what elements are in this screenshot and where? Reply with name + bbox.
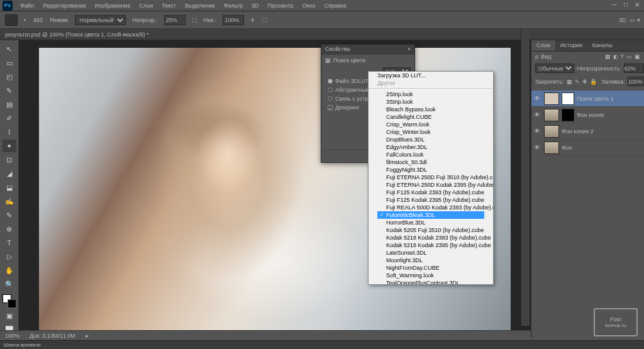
lut-option[interactable]: Crisp_Warm.look <box>377 121 484 128</box>
menu-filter[interactable]: Фильтр <box>220 1 247 10</box>
lut-option[interactable]: FuturisticBleak.3DL <box>377 211 484 219</box>
quickmask-toggle[interactable]: ▣ <box>3 309 16 322</box>
check-dither[interactable] <box>328 105 333 110</box>
layer-row[interactable]: 👁 Поиск цвета 1 <box>531 91 644 107</box>
radio-3dlut[interactable] <box>328 79 333 84</box>
lut-option[interactable]: Moonlight.3DL <box>377 257 484 264</box>
brush-tool[interactable]: ✦ <box>3 140 16 152</box>
lut-option[interactable]: filmstock_50.3dl <box>377 158 484 166</box>
lut-option[interactable]: 2Strip.look <box>377 91 484 98</box>
gradient-tool[interactable]: ✍ <box>3 195 16 208</box>
radio-abstract[interactable] <box>328 87 333 92</box>
doc-size[interactable]: Док: 3,13M/11,0M <box>30 333 75 339</box>
blend-mode-select[interactable]: Обычные <box>535 64 574 73</box>
panel-close-icon[interactable]: × <box>408 46 411 53</box>
lut-option[interactable]: Fuji ETERNA 250D Kodak 2395 (by Adobe).c… <box>377 181 484 189</box>
lock-pos-icon[interactable]: ✥ <box>582 79 587 85</box>
stamp-tool[interactable]: ⊡ <box>3 153 16 166</box>
visibility-icon[interactable]: 👁 <box>534 95 541 102</box>
path-tool[interactable]: ▷ <box>3 250 16 263</box>
zoom-value[interactable]: 100% <box>5 333 19 339</box>
lock-trans-icon[interactable]: ▦ <box>567 79 572 85</box>
zoom-tool[interactable]: 🔍 <box>3 278 16 291</box>
filter-smart-icon[interactable]: ▣ <box>635 53 640 60</box>
radio-devlink[interactable] <box>328 96 333 101</box>
crop-tool[interactable]: ▤ <box>3 98 16 111</box>
lut-option[interactable]: Candlelight.CUBE <box>377 113 484 121</box>
lut-option[interactable]: Kodak 5205 Fuji 3510 (by Adobe).cube <box>377 226 484 234</box>
filter-pixel-icon[interactable]: ▦ <box>605 53 611 60</box>
lut-option[interactable]: Kodak 5218 Kodak 2383 (by Adobe).cube <box>377 234 484 241</box>
document-tab[interactable]: результат.psd @ 100% (Поиск цвета 1, Сло… <box>0 29 644 40</box>
maximize-button[interactable]: □ <box>621 1 630 9</box>
layer-thumb[interactable] <box>544 109 559 121</box>
menu-window[interactable]: Окно <box>299 1 319 10</box>
eyedropper-tool[interactable]: ✐ <box>3 112 16 125</box>
lut-option[interactable]: Kodak 5218 Kodak 2395 (by Adobe).cube <box>377 241 484 249</box>
layer-name[interactable]: Фон копия 2 <box>562 128 594 135</box>
layer-thumb[interactable] <box>544 92 559 105</box>
close-button[interactable]: ✕ <box>633 1 641 9</box>
workspace-menu[interactable]: ▭ ▾ <box>630 17 640 23</box>
lut-option[interactable]: Fuji F125 Kodak 2393 (by Adobe).cube <box>377 189 484 196</box>
hand-tool[interactable]: ✋ <box>3 264 16 277</box>
blur-tool[interactable]: ✎ <box>3 209 16 221</box>
layer-thumb[interactable] <box>544 141 559 154</box>
lut-option[interactable]: FallColors.look <box>377 151 484 158</box>
opacity-input[interactable] <box>164 15 186 25</box>
layer-row[interactable]: 👁 Фон копия <box>531 107 644 123</box>
lut-option[interactable]: LateSunset.3DL <box>377 249 484 257</box>
filter-shape-icon[interactable]: ▭ <box>626 53 632 60</box>
menu-help[interactable]: Справка <box>320 1 350 10</box>
lut-option[interactable]: Crisp_Winter.look <box>377 128 484 136</box>
menu-file[interactable]: Файл <box>16 1 38 10</box>
lut-option[interactable]: HorrorBlue.3DL <box>377 219 484 226</box>
collapsed-dock[interactable] <box>521 29 530 326</box>
heal-tool[interactable]: ⌇ <box>3 126 16 138</box>
layer-thumb[interactable] <box>544 125 559 138</box>
lut-option[interactable]: NightFromDay.CUBE <box>377 264 484 272</box>
3d-mode[interactable]: 3D <box>619 17 626 23</box>
lock-all-icon[interactable]: 🔒 <box>590 79 597 85</box>
lut-option[interactable]: Bleach Bypass.look <box>377 106 484 113</box>
lut-option[interactable]: Fuji F125 Kodak 2395 (by Adobe).cube <box>377 196 484 204</box>
layer-row[interactable]: 👁 Фон <box>531 140 644 156</box>
layer-filter-kind[interactable]: Вид <box>541 53 551 60</box>
lut-option[interactable]: Fuji REALA 500D Kodak 2393 (by Adobe).cu… <box>377 204 484 211</box>
color-swatches[interactable] <box>3 294 16 308</box>
lock-pixel-icon[interactable]: ✎ <box>575 79 580 85</box>
menu-image[interactable]: Изображение <box>91 1 135 10</box>
menu-3d[interactable]: 3D <box>248 1 263 10</box>
lut-option[interactable]: FoggyNight.3DL <box>377 166 484 174</box>
visibility-icon[interactable]: 👁 <box>534 144 541 151</box>
lut-option[interactable]: 3Strip.look <box>377 98 484 106</box>
dodge-tool[interactable]: ⊕ <box>3 223 16 235</box>
lut-option[interactable]: Fuji ETERNA 250D Fuji 3510 (by Adobe).cu… <box>377 174 484 181</box>
menu-view[interactable]: Просмотр <box>264 1 297 10</box>
tab-layers[interactable]: Слои <box>531 40 555 51</box>
filter-type-icon[interactable]: T <box>621 53 625 60</box>
visibility-icon[interactable]: 👁 <box>534 111 541 118</box>
visibility-icon[interactable]: 👁 <box>534 128 541 135</box>
lut-option[interactable]: Soft_Warming.look <box>377 272 484 279</box>
filter-adj-icon[interactable]: ◐ <box>613 53 618 60</box>
layer-name[interactable]: Поиск цвета 1 <box>577 96 614 102</box>
fill-input[interactable] <box>628 77 644 86</box>
lut-load[interactable]: Загрузка 3D LUT... <box>369 72 493 79</box>
layer-name[interactable]: Фон <box>562 145 572 151</box>
minimize-button[interactable]: ─ <box>610 1 619 9</box>
lut-option[interactable]: EdgyAmber.3DL <box>377 143 484 151</box>
lut-option[interactable]: DropBlues.3DL <box>377 136 484 143</box>
lut-option[interactable]: TealOrangePlusContrast.3DL <box>377 279 484 285</box>
layer-name[interactable]: Фон копия <box>577 112 604 118</box>
menu-edit[interactable]: Редактирование <box>39 1 90 10</box>
history-brush-tool[interactable]: ◢ <box>3 167 16 180</box>
move-tool[interactable]: ↖ <box>3 43 16 55</box>
mode-select[interactable]: Нормальный <box>75 15 126 25</box>
layer-mask-thumb[interactable] <box>562 92 574 105</box>
menu-type[interactable]: Текст <box>158 1 180 10</box>
wand-tool[interactable]: ✎ <box>3 84 16 97</box>
tool-preset[interactable] <box>5 14 18 26</box>
type-tool[interactable]: T <box>3 236 16 249</box>
tab-channels[interactable]: Каналы <box>587 40 618 51</box>
